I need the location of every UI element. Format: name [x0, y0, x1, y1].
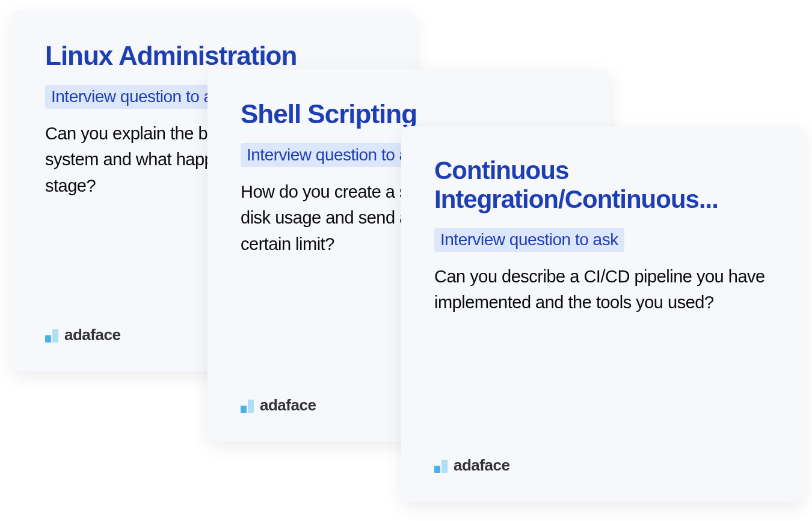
brand-logo: adaface — [241, 397, 316, 413]
card-title: Linux Administration — [45, 41, 382, 72]
card-title: Shell Scripting — [241, 99, 577, 130]
brand-logo: adaface — [45, 327, 120, 343]
bars-icon — [45, 329, 58, 343]
card-title: Continuous Integration/Continuous... — [434, 156, 771, 215]
brand-name: adaface — [260, 397, 316, 413]
brand-name: adaface — [454, 457, 509, 473]
brand-logo: adaface — [434, 457, 509, 473]
bars-icon — [434, 460, 448, 473]
bars-icon — [241, 400, 254, 413]
question-text: Can you describe a CI/CD pipeline you ha… — [434, 264, 771, 316]
question-card-cicd: Continuous Integration/Continuous... Int… — [401, 126, 804, 502]
subtitle-badge: Interview question to ask — [45, 85, 235, 109]
brand-name: adaface — [64, 327, 120, 343]
subtitle-badge: Interview question to ask — [434, 228, 624, 252]
